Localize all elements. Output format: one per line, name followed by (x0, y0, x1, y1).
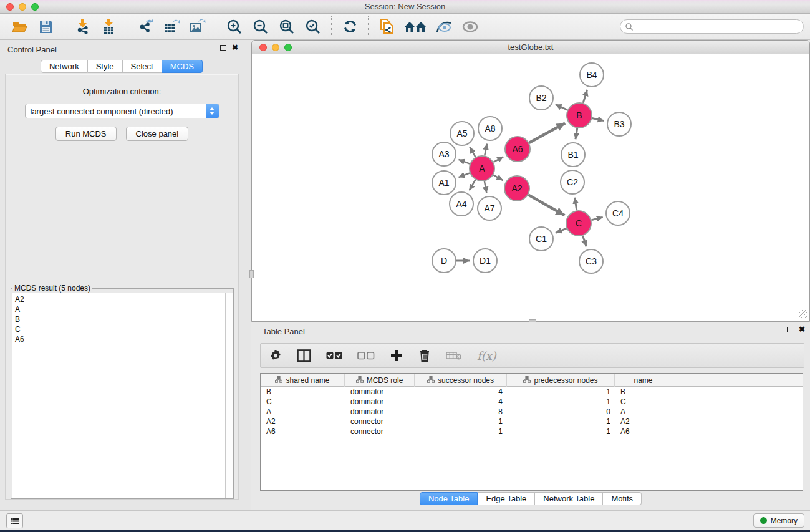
graph-edge-A-A4[interactable] (470, 180, 476, 190)
clear-table-icon[interactable] (446, 351, 462, 360)
export-image-icon[interactable] (188, 17, 207, 36)
table-cell[interactable]: B (615, 387, 672, 397)
close-panel-icon[interactable]: ✖ (232, 44, 238, 51)
table-cell[interactable]: C (615, 397, 672, 407)
table-cell[interactable]: connector (345, 417, 415, 427)
vertical-scrollbar-thumb[interactable] (249, 270, 254, 278)
graph-edge-B-B2[interactable] (556, 104, 567, 110)
delete-column-icon[interactable] (418, 349, 431, 362)
graph-edge-B-B3[interactable] (592, 118, 604, 120)
zoom-selected-icon[interactable] (304, 17, 322, 36)
table-cell[interactable]: A2 (261, 417, 345, 427)
clone-network-icon[interactable] (377, 17, 396, 36)
graph-edge-A-A3[interactable] (458, 160, 470, 164)
table-cell[interactable]: A2 (615, 417, 672, 427)
export-table-icon[interactable] (162, 17, 181, 36)
result-scrollbar[interactable] (225, 293, 233, 498)
graph-node-B4[interactable]: B4 (580, 63, 604, 87)
table-cell[interactable]: 1 (507, 387, 615, 397)
graph-node-B[interactable]: B (567, 103, 592, 128)
save-session-icon[interactable] (36, 17, 55, 36)
table-options-gear-icon[interactable] (269, 349, 282, 362)
graph-node-C3[interactable]: C3 (579, 249, 603, 273)
graph-node-B2[interactable]: B2 (529, 86, 553, 110)
task-history-button[interactable] (6, 513, 23, 528)
session-titlebar[interactable]: Session: New Session (0, 0, 810, 14)
graph-edge-C-C3[interactable] (583, 236, 587, 246)
tab-edge-table[interactable]: Edge Table (478, 492, 535, 505)
import-network-icon[interactable] (73, 17, 92, 36)
tab-motifs[interactable]: Motifs (603, 492, 642, 505)
graph-edge-B-B4[interactable] (583, 90, 587, 103)
graph-node-A7[interactable]: A7 (478, 196, 501, 220)
table-row[interactable]: Cdominator41C (261, 397, 803, 407)
zoom-in-icon[interactable] (225, 17, 244, 36)
column-header-MCDS-role[interactable]: MCDS role (345, 374, 415, 387)
show-graphics-icon[interactable] (461, 17, 480, 36)
optimization-criterion-select[interactable]: largest connected component (directed) (25, 104, 219, 118)
table-cell[interactable]: 1 (507, 417, 615, 427)
float-table-panel-icon[interactable] (787, 327, 793, 332)
table-cell[interactable]: 1 (507, 397, 615, 407)
network-window-titlebar[interactable]: testGlobe.txt (252, 41, 809, 54)
mcds-result-item[interactable]: A6 (12, 334, 233, 344)
table-row[interactable]: Bdominator41B (261, 387, 803, 397)
graph-edge-A-A8[interactable] (485, 143, 487, 155)
import-table-icon[interactable] (99, 17, 118, 36)
function-builder-icon[interactable]: f(x) (477, 349, 496, 362)
graph-edge-B-B1[interactable] (576, 128, 577, 140)
column-header-name[interactable]: name (615, 374, 672, 387)
refresh-icon[interactable] (340, 17, 359, 36)
graph-edge-A-A1[interactable] (458, 173, 470, 177)
graph-node-D[interactable]: D (432, 249, 456, 273)
table-cell[interactable]: 4 (415, 387, 507, 397)
select-all-rows-icon[interactable] (326, 352, 342, 360)
table-cell[interactable]: A6 (261, 427, 345, 437)
tab-network[interactable]: Network (41, 60, 88, 73)
graph-node-B3[interactable]: B3 (607, 112, 631, 136)
graph-edge-A2-C[interactable] (528, 195, 564, 215)
table-row[interactable]: A2connector11A2 (261, 417, 803, 427)
search-input[interactable] (620, 19, 804, 34)
graph-node-A3[interactable]: A3 (432, 142, 456, 166)
graph-node-C2[interactable]: C2 (561, 170, 584, 194)
open-session-icon[interactable] (10, 17, 29, 36)
graph-node-A8[interactable]: A8 (478, 117, 502, 140)
graph-node-D1[interactable]: D1 (473, 249, 497, 273)
graph-edge-C-C4[interactable] (591, 217, 602, 220)
table-cell[interactable]: connector (345, 427, 415, 437)
table-cell[interactable]: A (261, 407, 345, 417)
table-cell[interactable]: 1 (415, 427, 507, 437)
mcds-result-item[interactable]: B (12, 314, 233, 324)
mcds-result-list[interactable]: A2ABCA6 (12, 293, 233, 498)
memory-button[interactable]: Memory (753, 513, 804, 528)
home-icon[interactable] (403, 17, 427, 36)
table-cell[interactable]: dominator (345, 397, 415, 407)
table-cell[interactable]: 1 (507, 427, 615, 437)
graph-node-B1[interactable]: B1 (561, 143, 585, 167)
mcds-result-item[interactable]: A (12, 304, 233, 314)
graph-node-C4[interactable]: C4 (606, 201, 630, 225)
graph-node-A5[interactable]: A5 (450, 122, 474, 145)
column-header-successor-nodes[interactable]: successor nodes (415, 374, 507, 387)
graph-node-A6[interactable]: A6 (505, 137, 530, 162)
graph-edge-C-C1[interactable] (556, 228, 567, 233)
graph-node-A2[interactable]: A2 (504, 176, 529, 201)
table-cell[interactable]: 1 (415, 417, 507, 427)
table-row[interactable]: A6connector11A6 (261, 427, 803, 437)
graph-edge-A6-B[interactable] (529, 123, 565, 142)
run-mcds-button[interactable]: Run MCDS (55, 127, 117, 141)
graph-edge-A-A6[interactable] (493, 157, 503, 162)
mcds-result-item[interactable]: C (12, 324, 233, 334)
resize-grip[interactable] (799, 310, 808, 318)
close-table-panel-icon[interactable]: ✖ (799, 326, 805, 332)
graph-node-A[interactable]: A (470, 156, 494, 181)
graph-node-A1[interactable]: A1 (432, 171, 456, 195)
table-row[interactable]: Adominator80A (261, 407, 803, 417)
zoom-out-icon[interactable] (251, 17, 270, 36)
close-panel-button[interactable]: Close panel (126, 127, 189, 141)
table-cell[interactable]: dominator (345, 407, 415, 417)
tab-mcds[interactable]: MCDS (162, 60, 203, 73)
export-network-icon[interactable] (136, 17, 155, 36)
table-cell[interactable]: dominator (345, 387, 415, 397)
